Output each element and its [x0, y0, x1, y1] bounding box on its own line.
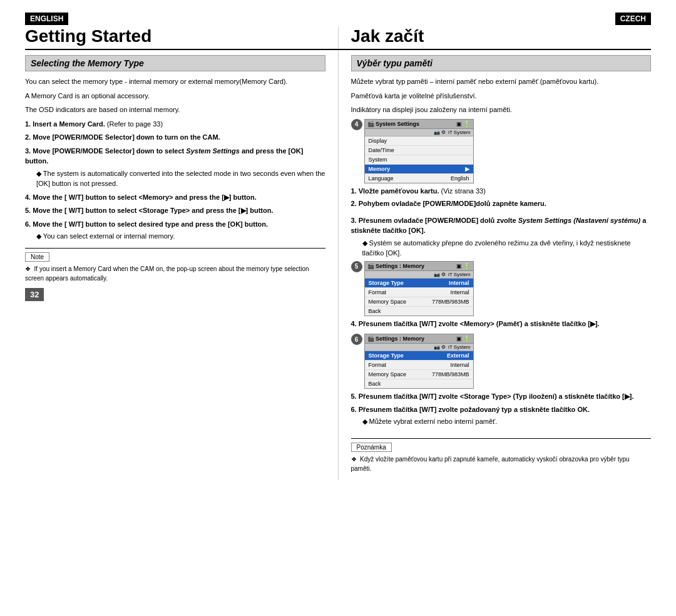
english-intro-3: The OSD indicators are based on internal… — [25, 105, 325, 115]
english-lang-badge: ENGLISH — [25, 13, 68, 25]
screen5: 🎬 Settings : Memory ▣ 🔋 📷 ⚙ iT System — [364, 261, 474, 316]
screen4-sub-icons: 📷 ⚙ — [434, 130, 446, 135]
czech-step-3-sub: Systém se automaticky přepne do zvolenéh… — [351, 238, 652, 259]
czech-title-area: Jak začít — [339, 26, 652, 49]
screen4-mockup: 🎬 System Settings ▣ 🔋 📷 ⚙ iT System — [364, 119, 474, 183]
czech-step-2: 2. Pohybem ovladače [POWER/MODE]dolů zap… — [351, 198, 652, 209]
czech-column: Výběr typu paměti Můžete vybrat typ pamě… — [339, 50, 652, 480]
step6-text: 6 🎬 Settings : Memory ▣ 🔋 — [351, 334, 652, 429]
english-step-6: 6. Move the [ W/T] button to select desi… — [25, 219, 325, 242]
screen5-sub-icons: 📷 ⚙ — [434, 272, 446, 277]
screen4-sub-text: iT System — [448, 130, 470, 135]
czech-step-5: 5. Přesunem tlačítka [W/T] zvolte <Stora… — [351, 391, 652, 402]
english-page-title: Getting Started — [25, 26, 325, 49]
step5-header: 5 🎬 Settings : Memory ▣ 🔋 — [351, 261, 652, 316]
screen6-mockup: 🎬 Settings : Memory ▣ 🔋 📷 ⚙ iT System — [364, 334, 474, 389]
czech-step-4: 4. Přesunem tlačítka [W/T] zvolte <Memor… — [351, 319, 652, 329]
czech-note-label: Poznámka — [351, 443, 392, 452]
english-step-3: 3. Move [POWER/MODE Selector] down to se… — [25, 146, 325, 189]
screen6-sub: 📷 ⚙ iT System — [365, 344, 473, 351]
screen5-row-back: Back — [365, 307, 473, 316]
screen6-row-format: FormatInternal — [365, 361, 473, 370]
titles-row: Getting Started Jak začít — [25, 26, 651, 50]
screen5-icons: ▣ 🔋 — [456, 263, 471, 269]
step4-row: 4 🎬 System Settings ▣ 🔋 — [351, 119, 652, 183]
step5-circle: 5 — [351, 261, 362, 272]
czech-steps-screens: 4 🎬 System Settings ▣ 🔋 — [351, 119, 652, 432]
step4-text: 4 🎬 System Settings ▣ 🔋 — [351, 119, 652, 212]
screen4-row-display: Display — [365, 136, 473, 146]
screen4: 🎬 System Settings ▣ 🔋 📷 ⚙ iT System — [364, 119, 474, 183]
screen4-icons: ▣ 🔋 — [456, 121, 471, 127]
czech-intro-2: Paměťová karta je volitelné příslušenstv… — [351, 91, 652, 101]
main-columns: Selecting the Memory Type You can select… — [25, 50, 651, 480]
czech-step-3: 3. Přesunem ovladače [POWER/MODE] dolů z… — [351, 215, 652, 259]
czech-page-title: Jak začít — [351, 26, 652, 49]
screen5-row-format: FormatInternal — [365, 288, 473, 297]
step4-circle: 4 — [351, 119, 362, 130]
screen5-mockup: 🎬 Settings : Memory ▣ 🔋 📷 ⚙ iT System — [364, 261, 474, 316]
czech-content-area: Můžete vybrat typ paměti – interní paměť… — [351, 76, 652, 119]
screen6-row-back: Back — [365, 379, 473, 388]
czech-badge: CZECH — [615, 13, 651, 25]
czech-steps-area: 4 🎬 System Settings ▣ 🔋 — [351, 119, 652, 432]
screen5-row-memspace: Memory Space778MB/983MB — [365, 297, 473, 307]
english-note-text: ❖ If you insert a Memory Card when the C… — [25, 264, 325, 283]
english-note-section: Note ❖ If you insert a Memory Card when … — [25, 248, 325, 283]
czech-step-1: 1. Vložte paměťovou kartu. (Viz strana 3… — [351, 186, 652, 197]
screen5-sub-text: iT System — [448, 272, 470, 277]
screen6-row-memspace: Memory Space778MB/983MB — [365, 370, 473, 379]
czech-note-section: Poznámka ❖ Když vložíte paměťovou kartu … — [351, 438, 652, 473]
english-steps-list: 1. Insert a Memory Card. (Refer to page … — [25, 119, 325, 242]
screen5-row-storage: Storage TypeInternal — [365, 279, 473, 288]
english-step-2: 2. Move [POWER/MODE Selector] down to tu… — [25, 132, 325, 143]
page-number: 32 — [25, 288, 44, 301]
czech-step-6: 6. Přesunem tlačítka [W/T] zvolte požado… — [351, 404, 652, 427]
czech-text-area: Můžete vybrat typ paměti – interní paměť… — [351, 76, 652, 119]
english-step-4: 4. Move the [ W/T] button to select <Mem… — [25, 192, 325, 203]
screen4-icon-cam: 🎬 System Settings — [367, 121, 420, 127]
english-column: Selecting the Memory Type You can select… — [25, 50, 339, 480]
step6-header: 6 🎬 Settings : Memory ▣ 🔋 — [351, 334, 652, 389]
english-intro-1: You can select the memory type - interna… — [25, 76, 325, 87]
step4-block: 4 🎬 System Settings ▣ 🔋 — [351, 119, 652, 212]
page-container: ENGLISH CZECH Getting Started Jak začít … — [25, 13, 651, 480]
step5-text: 5 🎬 Settings : Memory ▣ 🔋 — [351, 261, 652, 332]
step6-circle: 6 — [351, 334, 362, 345]
english-step-5: 5. Move the [ W/T] button to select <Sto… — [25, 205, 325, 216]
screen6-sub-text: iT System — [448, 344, 470, 350]
screen6-sub-icons: 📷 ⚙ — [434, 344, 446, 350]
english-intro-2: A Memory Card is an optional accessory. — [25, 91, 325, 101]
screen4-sub: 📷 ⚙ iT System — [365, 129, 473, 136]
czech-step-6-sub: Můžete vybrat externí nebo interní paměť… — [351, 416, 652, 427]
english-section-header: Selecting the Memory Type — [25, 55, 325, 71]
screen4-row-datetime: Date/Time — [365, 146, 473, 155]
screen4-row-memory: Memory▶ — [365, 165, 473, 174]
screen6-icons: ▣ 🔋 — [456, 336, 471, 342]
header-row: ENGLISH CZECH — [25, 13, 651, 25]
screen6: 🎬 Settings : Memory ▣ 🔋 📷 ⚙ iT System — [364, 334, 474, 389]
screen4-header: 🎬 System Settings ▣ 🔋 — [365, 120, 473, 129]
english-step-3-sub: The system is automatically converted in… — [25, 168, 325, 189]
czech-intro-3: Indikátory na displeji jsou založeny na … — [351, 105, 652, 115]
step5-block: 5 🎬 Settings : Memory ▣ 🔋 — [351, 261, 652, 332]
screen5-title: 🎬 Settings : Memory — [367, 263, 425, 269]
screen5-sub: 📷 ⚙ iT System — [365, 271, 473, 279]
screen4-row-language: LanguageEnglish — [365, 174, 473, 183]
english-badge: ENGLISH — [25, 13, 68, 25]
english-title-area: Getting Started — [25, 26, 339, 49]
screen6-row-storage: Storage TypeExternal — [365, 351, 473, 361]
screen6-header: 🎬 Settings : Memory ▣ 🔋 — [365, 334, 473, 344]
czech-lang-badge: CZECH — [615, 13, 651, 25]
step6-block: 6 🎬 Settings : Memory ▣ 🔋 — [351, 334, 652, 429]
screen6-title: 🎬 Settings : Memory — [367, 336, 425, 342]
english-step-1: 1. Insert a Memory Card. (Refer to page … — [25, 119, 325, 130]
english-step-6-sub: You can select external or internal memo… — [25, 231, 325, 242]
screen4-row-system: System — [365, 155, 473, 165]
czech-intro-1: Můžete vybrat typ paměti – interní paměť… — [351, 76, 652, 87]
english-note-label: Note — [25, 252, 49, 262]
czech-note-text: ❖ Když vložíte paměťovou kartu při zapnu… — [351, 454, 652, 473]
screen5-header: 🎬 Settings : Memory ▣ 🔋 — [365, 262, 473, 271]
czech-section-header: Výběr typu paměti — [351, 55, 652, 71]
